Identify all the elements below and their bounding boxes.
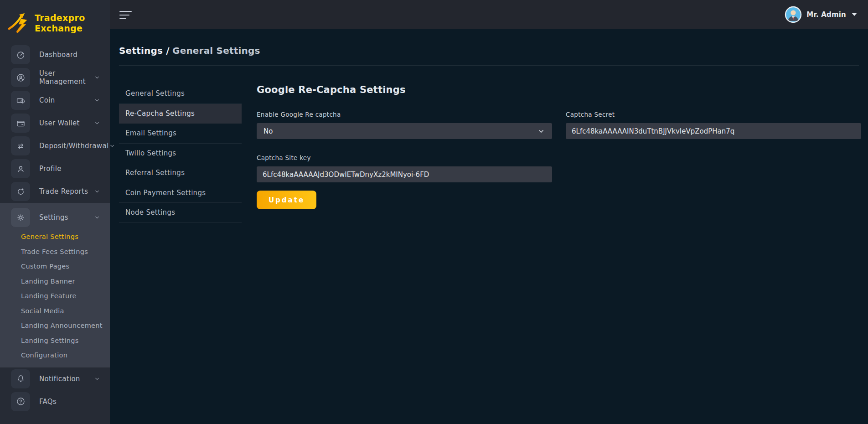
enable-recaptcha-value: No <box>264 127 273 135</box>
header-divider <box>119 65 859 66</box>
sidebar-item-label: Notification <box>39 375 93 383</box>
settings-tab-list: General Settings Re-Capcha Settings Emai… <box>119 84 242 223</box>
gear-icon <box>11 208 30 227</box>
coin-icon <box>11 91 30 110</box>
sidebar-item[interactable]: Dashboard <box>0 43 110 66</box>
settings-tab[interactable]: General Settings <box>119 84 242 104</box>
captcha-secret-label: Captcha Secret <box>566 110 861 119</box>
user-menu[interactable]: Mr. Admin <box>785 6 857 23</box>
breadcrumb: Settings / General Settings <box>119 44 859 57</box>
sidebar-item-label: Settings <box>39 213 93 222</box>
sidebar-item[interactable]: User Wallet <box>0 112 110 134</box>
sidebar-item[interactable]: Trade Reports <box>0 180 110 203</box>
sidebar-item[interactable]: Coin <box>0 89 110 112</box>
captcha-secret-input[interactable] <box>566 123 861 139</box>
update-button[interactable]: Update <box>257 191 316 209</box>
sidebar-item[interactable]: Deposit/Withdrawal <box>0 134 110 157</box>
transfer-icon <box>11 136 30 155</box>
person-icon <box>11 159 30 178</box>
topbar: Mr. Admin <box>110 0 868 29</box>
reports-icon <box>11 182 30 201</box>
brand-logo: Tradexpro Exchange <box>0 0 110 43</box>
user-name: Mr. Admin <box>806 10 846 19</box>
settings-subnav-item[interactable]: Trade Fees Settings <box>21 244 110 259</box>
brand-logo-icon <box>6 10 32 36</box>
chevron-down-icon <box>93 119 101 127</box>
settings-subnav: General Settings Trade Fees Settings Cus… <box>0 229 110 363</box>
sidebar-item-label: FAQs <box>39 398 93 406</box>
chevron-down-icon <box>108 142 116 150</box>
avatar <box>785 6 802 23</box>
settings-subnav-item[interactable]: General Settings <box>21 229 110 244</box>
settings-subnav-item[interactable]: Social Media <box>21 304 110 319</box>
chevron-down-icon <box>93 97 101 104</box>
settings-subnav-item[interactable]: Custom Pages <box>21 259 110 274</box>
caret-down-icon <box>852 13 857 16</box>
sidebar-item[interactable]: Notification <box>0 367 110 390</box>
wallet-icon <box>11 114 30 133</box>
form-title: Google Re-Capcha Settings <box>257 84 861 96</box>
settings-tab[interactable]: Coin Payment Settings <box>119 183 242 203</box>
settings-subnav-item[interactable]: Landing Announcement <box>21 318 110 333</box>
settings-subnav-item[interactable]: Landing Settings <box>21 333 110 348</box>
settings-tab[interactable]: Re-Capcha Settings <box>119 104 242 124</box>
settings-tab[interactable]: Email Settings <box>119 124 242 144</box>
sidebar-item-label: Trade Reports <box>39 187 93 196</box>
question-icon <box>11 392 30 411</box>
breadcrumb-section: Settings / <box>119 45 170 56</box>
recaptcha-form: Google Re-Capcha Settings Enable Google … <box>257 84 861 223</box>
chevron-down-icon <box>93 375 101 383</box>
settings-tab[interactable]: Referral Settings <box>119 163 242 183</box>
enable-recaptcha-select[interactable]: No <box>257 123 552 139</box>
sidebar-nav: Dashboard User Management Coin User Wall… <box>0 43 110 203</box>
settings-subnav-item[interactable]: Landing Feature <box>21 289 110 304</box>
settings-subnav-item[interactable]: Configuration <box>21 348 110 363</box>
enable-recaptcha-label: Enable Google Re captcha <box>257 110 552 119</box>
sidebar-nav-bottom: Notification FAQs <box>0 367 110 413</box>
main-content: Settings / General Settings General Sett… <box>110 29 868 424</box>
settings-tab[interactable]: Twillo Settings <box>119 144 242 164</box>
sidebar-item[interactable]: FAQs <box>0 390 110 413</box>
sidebar-item-label: Deposit/Withdrawal <box>39 142 108 150</box>
chevron-down-icon <box>93 214 101 221</box>
sidebar-item[interactable]: Profile <box>0 157 110 180</box>
sidebar-item[interactable]: User Management <box>0 66 110 89</box>
sidebar-item-label: User Wallet <box>39 119 93 127</box>
sidebar-item-label: Profile <box>39 165 93 173</box>
breadcrumb-page: General Settings <box>172 45 260 56</box>
captcha-sitekey-input[interactable] <box>257 166 552 182</box>
brand-name: Tradexpro Exchange <box>35 13 85 34</box>
sidebar: Tradexpro Exchange Dashboard User Manage… <box>0 0 110 424</box>
sidebar-settings-group: Settings General Settings Trade Fees Set… <box>0 203 110 367</box>
settings-tab[interactable]: Node Settings <box>119 203 242 223</box>
sidebar-item-label: Dashboard <box>39 51 93 59</box>
chevron-down-icon <box>93 74 101 81</box>
sidebar-item-label: User Management <box>39 69 93 86</box>
sidebar-item-settings[interactable]: Settings <box>0 206 110 229</box>
chevron-down-icon <box>93 188 101 195</box>
dashboard-icon <box>11 45 30 64</box>
captcha-sitekey-label: Captcha Site key <box>257 154 552 162</box>
menu-toggle-button[interactable] <box>119 10 132 19</box>
bell-icon <box>11 369 30 388</box>
users-icon <box>11 68 30 87</box>
sidebar-item-label: Coin <box>39 96 93 104</box>
settings-subnav-item[interactable]: Landing Banner <box>21 274 110 289</box>
chevron-down-icon <box>537 127 546 136</box>
